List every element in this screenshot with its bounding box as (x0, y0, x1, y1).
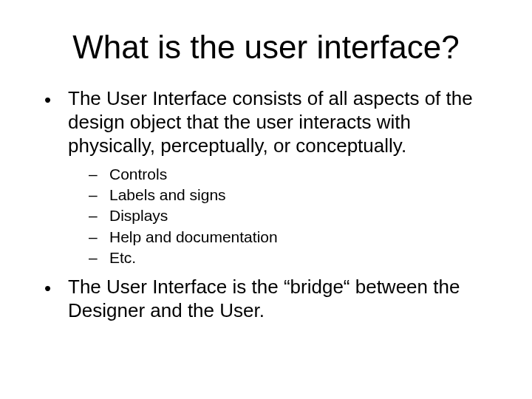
bullet-list: • The User Interface is the “bridge“ bet… (44, 276, 495, 322)
dash-icon: – (89, 227, 109, 248)
bullet-text: The User Interface is the “bridge“ betwe… (68, 276, 495, 322)
sub-bullet-text: Etc. (109, 248, 136, 268)
sub-bullet-text: Controls (109, 164, 167, 185)
bullet-dot-icon: • (44, 277, 68, 324)
bullet-text: The User Interface consists of all aspec… (68, 87, 495, 157)
sub-bullet-text: Labels and signs (109, 185, 226, 205)
dash-icon: – (89, 248, 109, 268)
dash-icon: – (89, 205, 109, 226)
sub-bullet-item: – Labels and signs (89, 185, 495, 205)
bullet-item: • The User Interface consists of all asp… (44, 87, 495, 157)
sub-bullet-item: – Controls (89, 164, 495, 185)
sub-bullet-list: – Controls – Labels and signs – Displays… (89, 164, 495, 269)
bullet-list: • The User Interface consists of all asp… (44, 87, 495, 157)
sub-bullet-item: – Displays (89, 205, 495, 226)
sub-bullet-text: Displays (109, 205, 168, 226)
slide: What is the user interface? • The User I… (0, 0, 532, 399)
slide-title: What is the user interface? (37, 30, 495, 65)
sub-bullet-text: Help and documentation (109, 227, 278, 248)
bullet-item: • The User Interface is the “bridge“ bet… (44, 276, 495, 322)
sub-bullet-item: – Help and documentation (89, 227, 495, 248)
bullet-dot-icon: • (44, 89, 68, 159)
dash-icon: – (89, 164, 109, 185)
sub-bullet-item: – Etc. (89, 248, 495, 268)
dash-icon: – (89, 185, 109, 205)
